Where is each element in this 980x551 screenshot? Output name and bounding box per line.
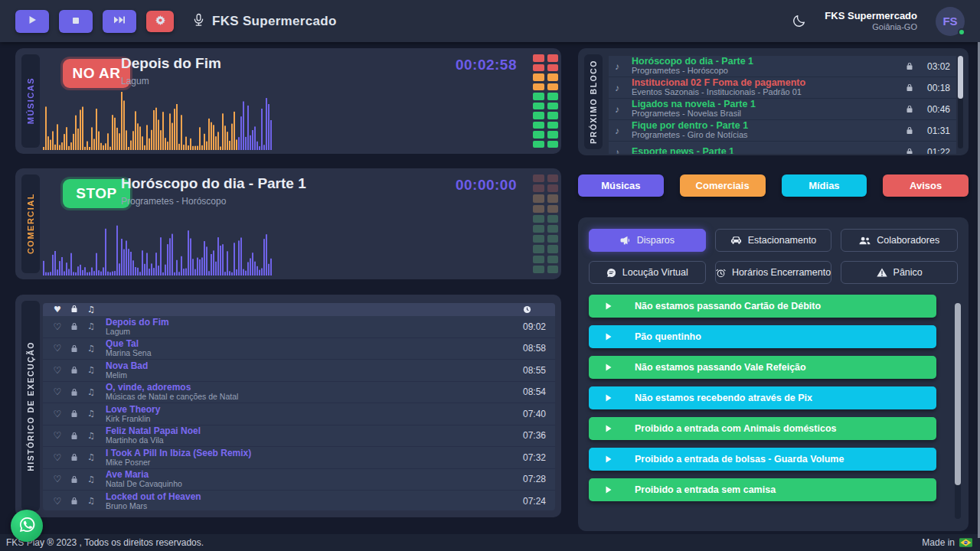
category-button-avisos[interactable]: Avisos xyxy=(883,174,969,197)
item-title[interactable]: Ligados na novela - Parte 1 xyxy=(632,99,906,110)
lock-icon[interactable] xyxy=(66,322,83,331)
tab-row-2: Locução Virtual Horários Encerramento Pâ… xyxy=(589,261,958,284)
microphone-icon[interactable] xyxy=(193,13,204,30)
next-block-item-ligados-na-novela-parte-1[interactable]: ♪ Ligados na novela - Parte 1 Programete… xyxy=(609,99,956,120)
deck-tab-musicas[interactable]: MÚSICAS xyxy=(21,54,40,148)
history-tab[interactable]: HISTÓRICO DE EXECUÇÃO xyxy=(21,301,40,511)
avatar-initials: FS xyxy=(942,15,957,28)
favorite-icon[interactable]: ♡ xyxy=(49,343,66,354)
next-block-item-institucional-02-f-foma-de-pagamento[interactable]: ♪ Institucional 02 F Foma de pagamento E… xyxy=(609,77,956,99)
track-title[interactable]: Locked out of Heaven xyxy=(106,492,523,502)
announcement-nao-estamos-passando-vale-refeicao[interactable]: Não estamos passando Vale Refeição xyxy=(589,356,936,379)
track-title[interactable]: I Took A Pill In Ibiza (Seeb Remix) xyxy=(106,448,523,458)
favorite-icon[interactable]: ♡ xyxy=(49,474,66,484)
settings-button[interactable] xyxy=(146,11,174,32)
play-button[interactable] xyxy=(15,10,49,33)
tab-horarios-encerramento[interactable]: Horários Encerramento xyxy=(715,261,832,284)
track-title[interactable]: Depois do Fim xyxy=(106,318,523,328)
track-title[interactable]: Nova Bad xyxy=(106,361,523,371)
user-info[interactable]: FKS Supermercado Goiânia-GO xyxy=(825,10,917,33)
next-block-item-horoscopo-do-dia-parte-1[interactable]: ♪ Horóscopo do dia - Parte 1 Programetes… xyxy=(609,56,956,77)
next-block-tab-label: PRÓXIMO BLOCO xyxy=(589,60,598,144)
track-title[interactable]: Love Theory xyxy=(106,405,523,415)
next-block-list: ♪ Horóscopo do dia - Parte 1 Programetes… xyxy=(609,56,956,154)
item-title[interactable]: Esporte news - Parte 1 xyxy=(632,147,906,154)
station-title: FKS Supermercado xyxy=(212,14,337,29)
lock-icon[interactable] xyxy=(66,366,83,374)
whatsapp-button[interactable] xyxy=(11,510,43,542)
history-row-o-vinde-adoremos[interactable]: ♡ ♫ Ó, vinde, adoremos Músicas de Natal … xyxy=(43,382,555,404)
category-button-musicas[interactable]: Músicas xyxy=(578,174,664,197)
music-note-icon: ♫ xyxy=(83,431,100,441)
next-block-tab[interactable]: PRÓXIMO BLOCO xyxy=(584,54,603,149)
item-title[interactable]: Fique por dentro - Parte 1 xyxy=(632,121,906,132)
announcement-nao-estamos-recebendo-atraves-de-pix[interactable]: Não estamos recebendo através de Pix xyxy=(589,386,936,409)
lock-icon[interactable] xyxy=(66,409,83,418)
track-title[interactable]: Feliz Natal Papai Noel xyxy=(106,426,523,436)
history-row-ave-maria[interactable]: ♡ ♫ Ave Maria Natal De Cavaquinho 07:28 xyxy=(43,469,555,491)
announcement-proibido-a-entrada-de-bolsas-guarda-volume[interactable]: Proibido a entrada de bolsas - Guarda Vo… xyxy=(589,448,936,471)
tab-disparos[interactable]: Disparos xyxy=(589,229,706,252)
favorite-icon[interactable]: ♡ xyxy=(49,321,66,332)
lock-icon[interactable] xyxy=(66,453,83,461)
item-title[interactable]: Horóscopo do dia - Parte 1 xyxy=(632,57,906,67)
play-icon xyxy=(606,302,612,310)
announcement-pao-quentinho[interactable]: Pão quentinho xyxy=(589,325,936,348)
category-button-midias[interactable]: Mídias xyxy=(782,174,867,197)
lock-icon[interactable] xyxy=(906,83,913,92)
lock-icon[interactable] xyxy=(66,388,83,396)
history-table: ♥ ♫ ♡ ♫ Depois do Fim Lagum xyxy=(43,303,555,510)
tab-estacionamento[interactable]: Estacionamento xyxy=(715,229,832,252)
on-air-badge[interactable]: NO AR xyxy=(63,59,130,88)
track-info: Ave Maria Natal De Cavaquinho xyxy=(100,470,523,488)
scrollbar-thumb[interactable] xyxy=(955,303,961,485)
waveform[interactable] xyxy=(43,217,273,276)
lock-icon[interactable] xyxy=(66,432,83,440)
next-block-scrollbar[interactable] xyxy=(958,56,963,148)
favorite-icon[interactable]: ♡ xyxy=(49,496,66,507)
next-block-item-fique-por-dentro-parte-1[interactable]: ♪ Fique por dentro - Parte 1 Programetes… xyxy=(609,120,956,142)
favorite-icon[interactable]: ♡ xyxy=(49,386,66,397)
favorite-icon[interactable]: ♡ xyxy=(49,365,66,376)
lock-icon[interactable] xyxy=(66,344,83,353)
lock-icon[interactable] xyxy=(66,475,83,484)
tab-label: Pânico xyxy=(893,267,923,278)
announcement-scrollbar[interactable] xyxy=(955,303,961,519)
lock-icon[interactable] xyxy=(906,105,913,113)
history-tab-label: HISTÓRICO DE EXECUÇÃO xyxy=(26,341,35,471)
favorite-icon[interactable]: ♡ xyxy=(49,452,66,463)
announcement-nao-estamos-passando-cartao-de-debito[interactable]: Não estamos passando Cartão de Débito xyxy=(589,295,936,318)
favorite-icon[interactable]: ♡ xyxy=(49,430,66,441)
lock-icon[interactable] xyxy=(906,126,913,135)
tab-panico[interactable]: Pânico xyxy=(841,261,958,284)
history-row-love-theory[interactable]: ♡ ♫ Love Theory Kirk Franklin 07:40 xyxy=(43,403,555,425)
item-title[interactable]: Institucional 02 F Foma de pagamento xyxy=(632,78,906,89)
avatar[interactable]: FS xyxy=(936,7,965,36)
history-row-feliz-natal-papai-noel[interactable]: ♡ ♫ Feliz Natal Papai Noel Martinho da V… xyxy=(43,425,555,448)
history-row-depois-do-fim[interactable]: ♡ ♫ Depois do Fim Lagum 09:02 xyxy=(43,316,555,338)
scrollbar-thumb[interactable] xyxy=(958,56,963,99)
announcement-proibido-a-entrada-sem-camisa[interactable]: Proibido a entrada sem camisa xyxy=(589,478,936,501)
track-title[interactable]: Que Tal xyxy=(106,339,523,349)
track-time: 07:28 xyxy=(523,474,546,484)
history-row-locked-out-of-heaven[interactable]: ♡ ♫ Locked out of Heaven Bruno Mars 07:2… xyxy=(43,491,555,510)
waveform[interactable] xyxy=(43,92,273,150)
tab-locucao-virtual[interactable]: Locução Virtual xyxy=(589,261,706,284)
deck-timer: 00:02:58 xyxy=(456,57,517,73)
history-row-que-tal[interactable]: ♡ ♫ Que Tal Marina Sena 08:58 xyxy=(43,338,555,360)
stop-badge[interactable]: STOP xyxy=(63,179,130,208)
tab-colaboradores[interactable]: Colaboradores xyxy=(841,229,958,252)
favorite-icon[interactable]: ♡ xyxy=(49,409,66,419)
stop-button[interactable] xyxy=(59,10,93,33)
announcement-proibido-a-entrada-com-animais-domesticos[interactable]: Proibido a entrada com Animais doméstico… xyxy=(589,417,936,440)
lock-icon[interactable] xyxy=(906,62,913,70)
history-row-i-took-a-pill-in-ibiza-seeb-remix[interactable]: ♡ ♫ I Took A Pill In Ibiza (Seeb Remix) … xyxy=(43,447,555,469)
dark-mode-toggle[interactable] xyxy=(793,14,806,29)
history-row-nova-bad[interactable]: ♡ ♫ Nova Bad Melim 08:55 xyxy=(43,360,555,382)
lock-icon[interactable] xyxy=(66,497,83,505)
lock-icon[interactable] xyxy=(906,148,913,154)
next-block-item-esporte-news-parte-1[interactable]: ♪ Esporte news - Parte 1 01:22 xyxy=(609,142,956,154)
category-button-comerciais[interactable]: Comerciais xyxy=(680,174,766,197)
deck-tab-comercial[interactable]: COMERCIAL xyxy=(21,174,40,273)
skip-next-button[interactable] xyxy=(103,10,136,33)
